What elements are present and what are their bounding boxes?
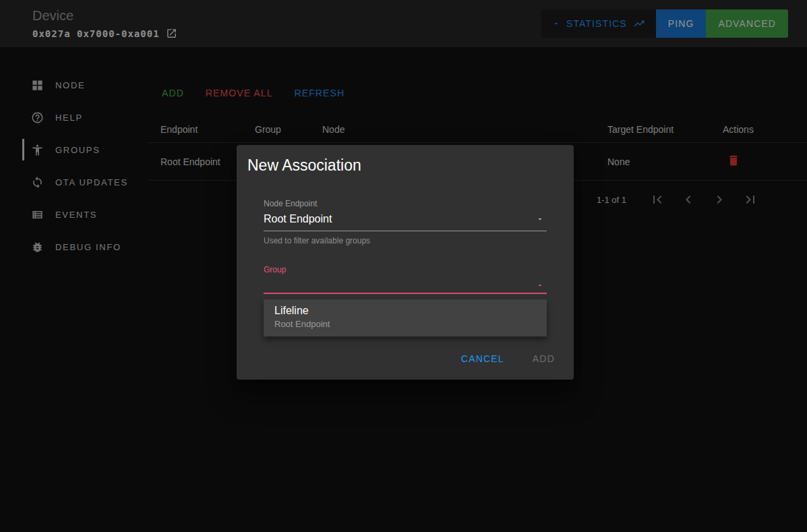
node-endpoint-field: Node Endpoint Root Endpoint Used to filt… <box>264 199 547 245</box>
dialog-actions: CANCEL ADD <box>237 336 574 376</box>
dialog-add-button[interactable]: ADD <box>522 347 566 370</box>
node-endpoint-label: Node Endpoint <box>264 199 547 208</box>
dialog-body: Node Endpoint Root Endpoint Used to filt… <box>237 175 574 336</box>
group-field: Group Lifeline Root Endpoint <box>264 265 547 336</box>
group-label: Group <box>264 265 547 274</box>
option-title: Lifeline <box>274 305 536 317</box>
option-subtitle: Root Endpoint <box>274 319 536 329</box>
dialog-title: New Association <box>237 145 574 175</box>
chevron-down-icon <box>536 215 544 223</box>
group-select[interactable] <box>264 274 547 294</box>
chevron-up-icon <box>536 281 544 289</box>
node-endpoint-value: Root Endpoint <box>264 213 332 225</box>
node-endpoint-select[interactable]: Root Endpoint <box>264 208 547 231</box>
node-endpoint-hint: Used to filter available groups <box>264 236 547 245</box>
group-option-lifeline[interactable]: Lifeline Root Endpoint <box>264 299 547 336</box>
new-association-dialog: New Association Node Endpoint Root Endpo… <box>237 145 574 380</box>
cancel-button[interactable]: CANCEL <box>450 347 515 370</box>
group-options-menu: Lifeline Root Endpoint <box>264 299 547 336</box>
